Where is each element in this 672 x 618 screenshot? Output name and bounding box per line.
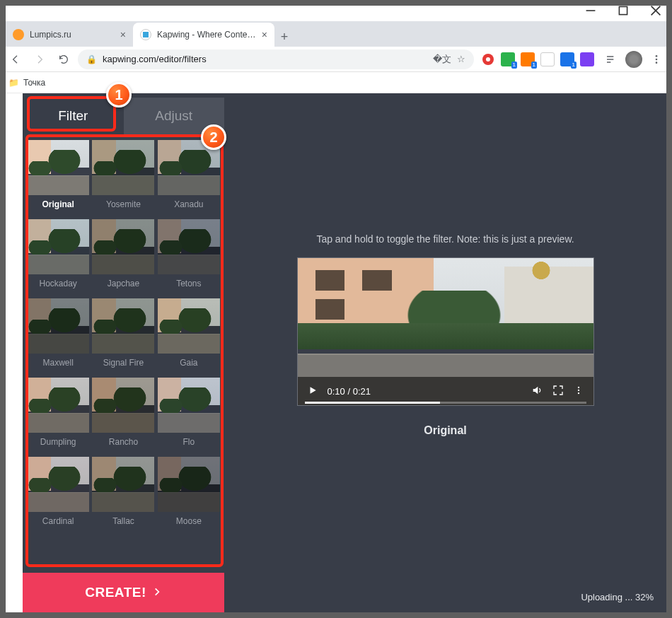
- filter-xanadu[interactable]: Xanadu: [158, 140, 220, 216]
- address-bar[interactable]: 🔒 kapwing.com/editor/filters �文 ☆: [78, 49, 474, 69]
- kapwing-editor: Filter Adjust OriginalYosemiteXanaduHock…: [23, 93, 666, 612]
- favicon-kapwing: [140, 29, 151, 40]
- ext-green[interactable]: 1: [501, 52, 515, 66]
- filter-label: Cardinal: [42, 512, 74, 533]
- profile-avatar[interactable]: [625, 51, 642, 68]
- video-progress[interactable]: [305, 402, 586, 404]
- filter-original[interactable]: Original: [27, 140, 89, 216]
- browser-tab-0[interactable]: Lumpics.ru ×: [6, 23, 133, 47]
- filter-thumb: [92, 140, 154, 195]
- filter-label: Gaia: [180, 354, 197, 375]
- lock-icon: 🔒: [86, 54, 97, 64]
- sidebar-tabs: Filter Adjust: [23, 98, 224, 134]
- filter-label: Moose: [176, 512, 202, 533]
- svg-rect-0: [619, 6, 627, 14]
- star-icon[interactable]: ☆: [457, 54, 465, 64]
- filter-label: Rancho: [109, 433, 138, 454]
- play-icon[interactable]: [308, 385, 318, 397]
- preview-area: Tap and hold to toggle the filter. Note:…: [224, 93, 666, 612]
- translate-icon[interactable]: �文: [433, 53, 451, 66]
- filter-yosemite[interactable]: Yosemite: [92, 140, 154, 216]
- bookmarks-bar: 📁 Точка: [0, 72, 672, 93]
- filter-label: Xanadu: [174, 195, 203, 216]
- create-button[interactable]: CREATE!: [23, 573, 224, 612]
- filter-tetons[interactable]: Tetons: [158, 219, 220, 296]
- filter-thumb: [27, 298, 89, 354]
- filter-thumb: [158, 140, 220, 195]
- ext-purple[interactable]: [580, 52, 594, 66]
- window-maximize[interactable]: [607, 0, 639, 21]
- filter-dumpling[interactable]: Dumpling: [27, 378, 89, 454]
- window-close[interactable]: [639, 0, 672, 21]
- filter-thumb: [158, 457, 220, 512]
- filter-label: Original: [42, 195, 74, 216]
- filter-label: Dumpling: [40, 433, 76, 454]
- extensions: 1 1 1: [478, 52, 597, 66]
- video-controls: 0:10 / 0:21: [298, 377, 593, 405]
- filter-cardinal[interactable]: Cardinal: [27, 457, 89, 533]
- browser-tab-strip: Lumpics.ru × Kapwing - Where Content Cre…: [0, 21, 672, 47]
- url-text: kapwing.com/editor/filters: [103, 54, 207, 64]
- filter-label: Yosemite: [106, 195, 141, 216]
- filter-thumb: [158, 219, 220, 274]
- reading-list-icon[interactable]: [601, 49, 621, 69]
- svg-rect-1: [143, 32, 149, 37]
- filter-label: Japchae: [108, 274, 139, 296]
- tab-close-1[interactable]: ×: [262, 29, 267, 40]
- filter-grid: OriginalYosemiteXanaduHockadayJapchaeTet…: [23, 134, 224, 573]
- video-preview[interactable]: 0:10 / 0:21: [297, 257, 594, 406]
- filter-thumb: [158, 298, 220, 354]
- ext-white[interactable]: [540, 52, 555, 66]
- filter-label: Flo: [183, 433, 195, 454]
- filter-japchae[interactable]: Japchae: [92, 219, 154, 296]
- window-minimize[interactable]: [574, 0, 607, 21]
- preview-hint: Tap and hold to toggle the filter. Note:…: [316, 233, 574, 245]
- upload-status: Uploading ... 32%: [581, 592, 654, 602]
- filter-tallac[interactable]: Tallac: [92, 457, 154, 533]
- tab-title-0: Lumpics.ru: [30, 30, 115, 40]
- sidebar: Filter Adjust OriginalYosemiteXanaduHock…: [23, 93, 224, 612]
- nav-reload[interactable]: [54, 49, 74, 69]
- svg-point-3: [486, 57, 490, 62]
- filter-thumb: [158, 378, 220, 433]
- ext-orange[interactable]: 1: [521, 52, 535, 66]
- browser-tab-1[interactable]: Kapwing - Where Content Creati... ×: [133, 23, 274, 47]
- folder-icon: 📁: [8, 78, 19, 88]
- filter-label: Signal Fire: [103, 354, 144, 375]
- tab-title-1: Kapwing - Where Content Creati...: [157, 30, 256, 40]
- nav-back[interactable]: [6, 49, 25, 69]
- video-time: 0:10 / 0:21: [328, 386, 371, 397]
- filter-thumb: [27, 219, 89, 274]
- chevron-right-icon: [152, 585, 162, 600]
- filter-signal-fire[interactable]: Signal Fire: [92, 298, 154, 375]
- filter-hockaday[interactable]: Hockaday: [27, 219, 89, 296]
- preview-filter-label: Original: [424, 424, 466, 437]
- browser-toolbar: 🔒 kapwing.com/editor/filters �文 ☆ 1 1 1: [0, 47, 672, 72]
- filter-thumb: [92, 298, 154, 354]
- filter-moose[interactable]: Moose: [158, 457, 220, 533]
- svg-point-8: [577, 389, 579, 390]
- fullscreen-icon[interactable]: [552, 385, 564, 398]
- filter-thumb: [27, 378, 89, 433]
- volume-icon[interactable]: [531, 385, 543, 398]
- filter-thumb: [92, 457, 154, 512]
- bookmark-label: Точка: [23, 78, 45, 88]
- filter-maxwell[interactable]: Maxwell: [27, 298, 89, 375]
- tab-close-0[interactable]: ×: [120, 29, 126, 40]
- nav-forward[interactable]: [30, 49, 50, 69]
- tab-filter[interactable]: Filter: [23, 98, 124, 134]
- ext-blue[interactable]: 1: [560, 52, 574, 66]
- new-tab-button[interactable]: +: [274, 27, 294, 47]
- ext-adblock[interactable]: [481, 52, 495, 66]
- video-menu-icon[interactable]: [574, 385, 584, 397]
- filter-thumb: [92, 378, 154, 433]
- filter-thumb: [27, 457, 89, 512]
- browser-menu[interactable]: [647, 49, 666, 69]
- filter-label: Maxwell: [42, 354, 73, 375]
- tab-adjust[interactable]: Adjust: [124, 98, 225, 134]
- video-progress-fill: [305, 402, 440, 404]
- filter-flo[interactable]: Flo: [158, 378, 220, 454]
- filter-rancho[interactable]: Rancho: [92, 378, 154, 454]
- bookmark-tochka[interactable]: 📁 Точка: [8, 78, 45, 88]
- filter-gaia[interactable]: Gaia: [158, 298, 220, 375]
